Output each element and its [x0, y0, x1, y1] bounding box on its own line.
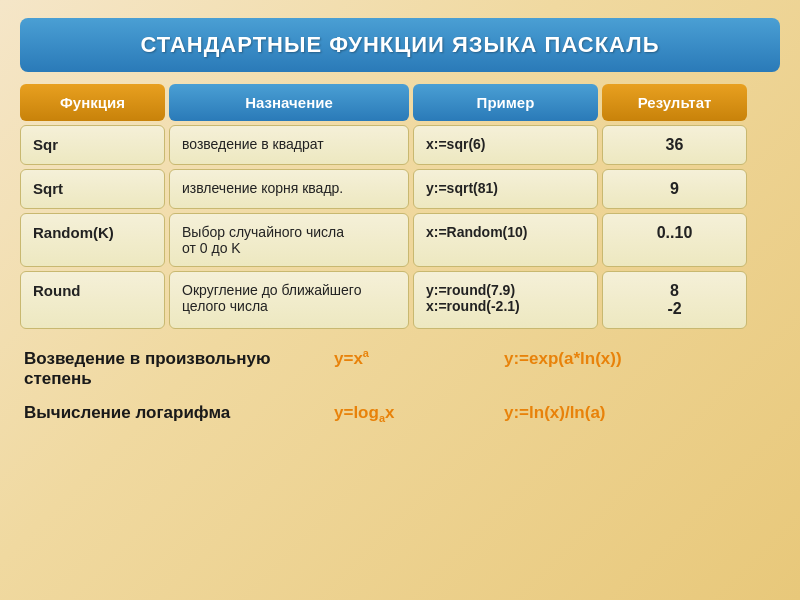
formula1-math: y=xa	[334, 347, 444, 369]
formula-row-1: Возведение в произвольную степень y=xa y…	[24, 347, 776, 389]
ex-sqrt: y:=sqrt(81)	[413, 169, 598, 209]
res-sqr: 36	[602, 125, 747, 165]
res-round: 8-2	[602, 271, 747, 329]
table-row: Round Округление до ближайшего целого чи…	[20, 271, 780, 329]
func-round: Round	[20, 271, 165, 329]
formula-row-2: Вычисление логарифма y=logax y:=ln(x)/ln…	[24, 403, 776, 424]
bottom-section: Возведение в произвольную степень y=xa y…	[20, 347, 780, 424]
header-ex: Пример	[413, 84, 598, 121]
header-res: Результат	[602, 84, 747, 121]
func-sqr: Sqr	[20, 125, 165, 165]
table-row: Random(K) Выбор случайного числаот 0 до …	[20, 213, 780, 267]
title-bar: СТАНДАРТНЫЕ ФУНКЦИИ ЯЗЫКА ПАСКАЛЬ	[20, 18, 780, 72]
table-row: Sqr возведение в квадрат x:=sqr(6) 36	[20, 125, 780, 165]
ex-random: x:=Random(10)	[413, 213, 598, 267]
func-sqrt: Sqrt	[20, 169, 165, 209]
res-random: 0..10	[602, 213, 747, 267]
page: СТАНДАРТНЫЕ ФУНКЦИИ ЯЗЫКА ПАСКАЛЬ Функци…	[0, 0, 800, 600]
formula2-code: y:=ln(x)/ln(a)	[504, 403, 606, 423]
formula1-sup: a	[363, 347, 369, 359]
formula1-code: y:=exp(a*ln(x))	[504, 349, 622, 369]
header-func: Функция	[20, 84, 165, 121]
formula2-math: y=logax	[334, 403, 444, 424]
func-random: Random(K)	[20, 213, 165, 267]
desc-round: Округление до ближайшего целого числа	[169, 271, 409, 329]
table-row: Sqrt извлечение корня квадр. y:=sqrt(81)…	[20, 169, 780, 209]
ex-sqr: x:=sqr(6)	[413, 125, 598, 165]
page-title: СТАНДАРТНЫЕ ФУНКЦИИ ЯЗЫКА ПАСКАЛЬ	[141, 32, 660, 57]
desc-sqrt: извлечение корня квадр.	[169, 169, 409, 209]
ex-round: y:=round(7.9)x:=round(-2.1)	[413, 271, 598, 329]
desc-sqr: возведение в квадрат	[169, 125, 409, 165]
res-sqrt: 9	[602, 169, 747, 209]
table-container: Функция Назначение Пример Результат Sqr …	[20, 84, 780, 329]
table-header: Функция Назначение Пример Результат	[20, 84, 780, 121]
formula2-label: Вычисление логарифма	[24, 403, 334, 423]
header-desc: Назначение	[169, 84, 409, 121]
desc-random: Выбор случайного числаот 0 до K	[169, 213, 409, 267]
formula2-sub: a	[379, 412, 385, 424]
formula1-label: Возведение в произвольную степень	[24, 349, 334, 389]
